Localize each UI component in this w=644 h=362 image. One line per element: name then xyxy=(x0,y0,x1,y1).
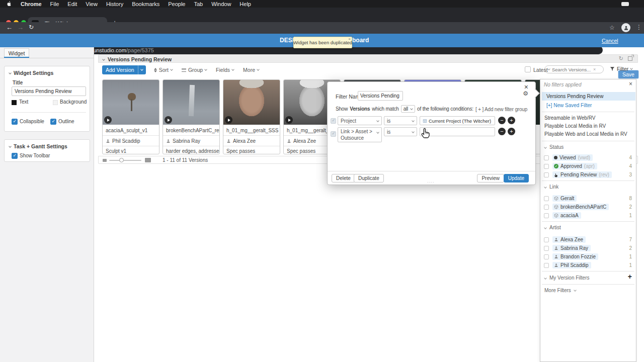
filter-panel-close-icon[interactable]: × xyxy=(629,80,632,87)
latest-checkbox[interactable] xyxy=(525,66,531,72)
section-artist[interactable]: Artist xyxy=(544,225,561,230)
condition-value-field[interactable] xyxy=(420,127,495,136)
thumb-size-slider-handle[interactable] xyxy=(119,158,124,162)
version-card[interactable]: acaciaA_sculpt_v1 Phil Scaddip Sculpt v1 xyxy=(102,79,159,154)
refresh-icon[interactable]: ↻ xyxy=(619,55,623,62)
widget-title[interactable]: Versions Pending Review xyxy=(103,56,172,62)
update-button[interactable]: Update xyxy=(504,174,529,183)
match-select[interactable]: all xyxy=(401,105,415,113)
add-condition-button[interactable]: + xyxy=(508,117,515,124)
toast-close-icon[interactable]: × xyxy=(348,37,351,41)
checkbox[interactable] xyxy=(544,246,549,251)
play-icon[interactable] xyxy=(104,116,112,124)
search-input[interactable] xyxy=(552,67,591,72)
condition-field-select[interactable]: Link > Asset > Outsource xyxy=(338,127,382,142)
background-color-swatch[interactable] xyxy=(53,100,58,105)
add-condition-button[interactable]: + xyxy=(508,128,515,135)
add-version-dropdown[interactable] xyxy=(138,65,146,74)
version-name[interactable]: brokenBenchAPartC_rende xyxy=(163,126,219,134)
fields-button[interactable]: Fields xyxy=(216,67,234,73)
play-icon[interactable] xyxy=(285,116,293,124)
quick-filter-local-media[interactable]: Playable Local Media in RV xyxy=(544,123,606,129)
menubar-item-help[interactable]: Help xyxy=(239,1,251,7)
version-artist[interactable]: Alexa Zee xyxy=(223,137,280,145)
checkbox[interactable] xyxy=(544,213,549,218)
menubar-item-tab[interactable]: Tab xyxy=(194,1,203,7)
condition-field-select[interactable]: Project xyxy=(338,116,382,125)
show-toolbar-checkbox[interactable] xyxy=(12,153,18,159)
filter-item-phil-scaddip[interactable]: Phil Scaddip 1 xyxy=(540,261,636,269)
forward-icon[interactable]: → xyxy=(17,24,24,31)
filter-item-acacia[interactable]: acaciaA 1 xyxy=(540,212,636,219)
condition-operator-select[interactable]: is xyxy=(384,127,417,136)
menubar-item-view[interactable]: View xyxy=(86,1,98,7)
section-status[interactable]: Status xyxy=(544,144,564,150)
widget-title-input[interactable] xyxy=(12,86,86,96)
filter-item-pending-review[interactable]: Pending Review(rev) 3 xyxy=(540,171,636,178)
thumb-size-slider-track[interactable] xyxy=(109,160,141,161)
filter-item-approved[interactable]: ✓Approved(apr) 4 xyxy=(540,162,636,170)
sort-button[interactable]: Sort xyxy=(154,67,173,73)
version-name[interactable]: h_01_mg__geralt_SSS xyxy=(223,126,280,134)
more-filters-button[interactable]: More Filters xyxy=(544,288,576,293)
filter-item-geralt[interactable]: Geralt 8 xyxy=(540,195,636,202)
text-color-swatch[interactable] xyxy=(12,100,17,105)
add-filter-icon[interactable]: + xyxy=(628,273,632,281)
quick-filter-streamable[interactable]: Streamable in Web/RV xyxy=(544,115,595,121)
checkbox[interactable] xyxy=(544,263,549,268)
menubar-item-edit[interactable]: Edit xyxy=(67,1,77,7)
checkbox[interactable] xyxy=(544,172,549,177)
checkbox[interactable] xyxy=(544,205,549,210)
bookmark-star-icon[interactable]: ☆ xyxy=(609,24,615,31)
back-icon[interactable]: ← xyxy=(6,24,13,31)
add-version-button[interactable]: Add Version xyxy=(102,65,138,74)
delete-button[interactable]: Delete xyxy=(332,174,355,183)
remove-condition-button[interactable]: − xyxy=(498,128,506,135)
play-icon[interactable] xyxy=(165,116,172,124)
menubar-item-file[interactable]: File xyxy=(50,1,59,7)
checkbox[interactable] xyxy=(544,164,549,169)
tab-widget[interactable]: Widget xyxy=(4,48,29,57)
search-clear-icon[interactable]: × xyxy=(593,67,596,72)
version-artist[interactable]: Phil Scaddip xyxy=(103,137,159,145)
menubar-item-window[interactable]: Window xyxy=(211,1,231,7)
thumb-size-large-icon[interactable] xyxy=(145,158,151,162)
profile-avatar[interactable] xyxy=(621,23,630,32)
thumb-size-small-icon[interactable] xyxy=(103,159,107,162)
checkbox[interactable] xyxy=(544,155,549,160)
condition-value-field[interactable]: Current Project (The Witcher) xyxy=(420,116,495,125)
checkbox[interactable] xyxy=(544,196,549,201)
filter-item-brandon-fozzie[interactable]: Brandon Fozzie 1 xyxy=(540,253,636,260)
apple-menu-icon[interactable] xyxy=(7,1,12,7)
condition-checkbox[interactable] xyxy=(331,131,336,137)
play-icon[interactable] xyxy=(225,116,232,124)
menubar-item-people[interactable]: People xyxy=(168,1,185,7)
search-box[interactable]: × xyxy=(544,65,604,73)
quick-filter-web-local-media[interactable]: Playable Web and Local Media in RV xyxy=(544,131,627,137)
filter-item-alexa-zee[interactable]: Alexa Zee 7 xyxy=(540,236,636,243)
dialog-resize-handle[interactable]: ···· xyxy=(427,180,435,185)
menubar-item-chrome[interactable]: Chrome xyxy=(21,1,42,7)
filter-button[interactable]: Filter xyxy=(610,66,632,72)
search-dropdown-icon[interactable] xyxy=(547,67,550,70)
more-button[interactable]: More xyxy=(243,67,259,73)
filter-item-sabrina-ray[interactable]: Sabrina Ray 2 xyxy=(540,244,636,252)
version-card[interactable]: brokenBenchAPartC_rende Sabrina Ray hard… xyxy=(163,79,220,154)
section-link[interactable]: Link xyxy=(544,184,558,190)
section-my-version-filters[interactable]: My Version Filters xyxy=(544,275,589,281)
menubar-item-history[interactable]: History xyxy=(106,1,123,7)
checkbox[interactable] xyxy=(544,254,549,259)
filter-name-input[interactable] xyxy=(358,91,403,101)
outline-checkbox[interactable] xyxy=(50,119,56,125)
saved-filter-active[interactable]: Versions Pending Review xyxy=(542,92,635,101)
checkbox[interactable] xyxy=(544,237,549,242)
duplicate-button[interactable]: Duplicate xyxy=(354,174,384,183)
add-filter-group-link[interactable]: [ + ] Add new filter group xyxy=(475,107,527,112)
collapsible-checkbox[interactable] xyxy=(12,119,18,125)
condition-operator-select[interactable]: is xyxy=(384,116,417,125)
popout-icon[interactable] xyxy=(628,56,632,61)
version-card[interactable]: h_01_mg__geralt_SSS Alexa Zee Spec passe… xyxy=(223,79,280,154)
filter-item-brokenbench[interactable]: brokenBenchAPartC 2 xyxy=(540,203,636,211)
version-artist[interactable]: Sabrina Ray xyxy=(163,137,219,145)
task-gantt-header[interactable]: Task + Gantt Settings xyxy=(9,143,67,149)
